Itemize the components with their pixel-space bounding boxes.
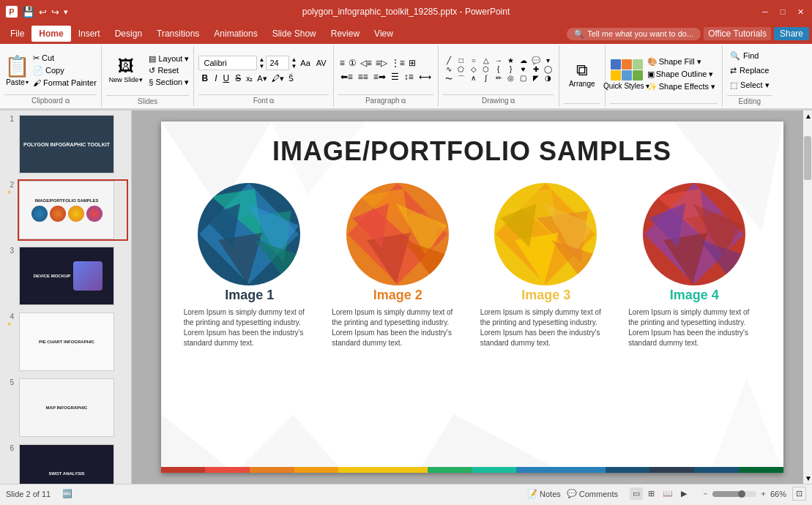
subscript-button[interactable]: x₂ bbox=[245, 74, 254, 83]
slide-thumb-3[interactable]: DEVICE MOCKUP bbox=[18, 245, 128, 307]
slide-canvas[interactable]: IMAGE/PORTFOLIO SAMPLES bbox=[161, 121, 783, 473]
replace-button[interactable]: ⇄ Replace bbox=[727, 64, 772, 77]
decrease-indent-button[interactable]: ◁≡ bbox=[359, 57, 373, 69]
find-button[interactable]: 🔍 Find bbox=[727, 50, 772, 62]
normal-view-button[interactable]: ▭ bbox=[630, 487, 643, 500]
align-right-button[interactable]: ≡➡ bbox=[371, 71, 388, 83]
shape-arrow[interactable]: → bbox=[493, 56, 504, 64]
shadow-button[interactable]: S̈ bbox=[287, 73, 295, 84]
shape-line[interactable]: ╱ bbox=[443, 56, 455, 64]
layout-button[interactable]: ▤ Layout ▾ bbox=[149, 54, 189, 64]
shape-rect[interactable]: □ bbox=[455, 56, 467, 64]
slide-item-5[interactable]: 5 MAP INFOGRAPHIC bbox=[3, 377, 128, 438]
shape-cloud[interactable]: ☁ bbox=[518, 56, 529, 64]
highlight-button[interactable]: 🖍▾ bbox=[270, 73, 286, 84]
clear-format-button[interactable]: Aa bbox=[298, 58, 312, 68]
slide-thumb-6[interactable]: SWOT ANALYSIS bbox=[18, 443, 128, 484]
reading-view-button[interactable]: 📖 bbox=[660, 487, 676, 500]
save-icon[interactable]: 💾 bbox=[22, 6, 34, 18]
shape-snip[interactable]: ◤ bbox=[530, 74, 542, 84]
zoom-thumb[interactable] bbox=[738, 490, 745, 498]
italic-button[interactable]: I bbox=[212, 72, 219, 84]
font-size-down2[interactable]: ▼ bbox=[291, 63, 297, 70]
increase-indent-button[interactable]: ≡▷ bbox=[374, 57, 389, 69]
shape-scribble[interactable]: ✏ bbox=[493, 74, 504, 84]
shape-rounded[interactable]: ▢ bbox=[518, 74, 529, 84]
slide-thumb-2[interactable]: IMAGE/PORTFOLIO SAMPLES bbox=[18, 179, 128, 241]
slide-item-2[interactable]: 2 ★ IMAGE/PORTFOLIO SAMPLES bbox=[3, 179, 128, 241]
comments-button[interactable]: 💬 Comments bbox=[567, 489, 618, 498]
shape-heart[interactable]: ♥ bbox=[518, 65, 529, 73]
shape-outline-button[interactable]: ▣ Shape Outline ▾ bbox=[645, 69, 718, 80]
close-button[interactable]: ✕ bbox=[794, 6, 806, 18]
font-name-input[interactable]: Calibri bbox=[198, 56, 257, 70]
slide-thumb-5[interactable]: MAP INFOGRAPHIC bbox=[18, 377, 128, 438]
shape-triangle[interactable]: △ bbox=[480, 56, 492, 64]
slide-sorter-button[interactable]: ⊞ bbox=[645, 487, 658, 500]
shape-oval[interactable]: ◯ bbox=[543, 65, 554, 73]
shape-wavy[interactable]: 〜 bbox=[443, 74, 455, 84]
shape-curve[interactable]: ∿ bbox=[443, 65, 455, 73]
scroll-up-button[interactable]: ▲ bbox=[803, 111, 812, 121]
shape-effects-button[interactable]: ✨ Shape Effects ▾ bbox=[645, 81, 718, 92]
numbered-list-button[interactable]: ① bbox=[347, 57, 358, 69]
shape-chord[interactable]: ◑ bbox=[543, 74, 554, 84]
arrange-button[interactable]: ⧉ Arrange bbox=[564, 51, 600, 98]
font-size-up[interactable]: ▲ bbox=[258, 56, 264, 63]
align-center-button[interactable]: ≡≡ bbox=[356, 71, 370, 83]
select-button[interactable]: ⬚ Select ▾ bbox=[727, 79, 772, 91]
search-bar[interactable]: 🔍 Tell me what you want to do... bbox=[567, 28, 701, 40]
scroll-thumb[interactable] bbox=[804, 136, 811, 180]
menu-insert[interactable]: Insert bbox=[71, 26, 108, 42]
line-spacing-button[interactable]: ↕≡ bbox=[402, 71, 416, 83]
bullet-list-button[interactable]: ≡ bbox=[338, 57, 346, 69]
slideshow-view-button[interactable]: ▶ bbox=[678, 487, 690, 500]
shape-pentagon[interactable]: ⬠ bbox=[455, 65, 467, 73]
slide-item-3[interactable]: 3 DEVICE MOCKUP bbox=[3, 245, 128, 307]
shape-diamond[interactable]: ◇ bbox=[468, 65, 480, 73]
copy-button[interactable]: 📄 Copy bbox=[33, 66, 97, 75]
font-size-down[interactable]: ▼ bbox=[258, 63, 264, 70]
menu-review[interactable]: Review bbox=[324, 26, 367, 42]
undo-icon[interactable]: ↩ bbox=[39, 7, 47, 18]
redo-icon[interactable]: ↪ bbox=[51, 7, 59, 18]
menu-animations[interactable]: Animations bbox=[206, 26, 264, 42]
font-color-button[interactable]: A▾ bbox=[256, 73, 268, 84]
font-size-input[interactable]: 24 bbox=[266, 56, 289, 70]
shape-fill-button[interactable]: 🎨 Shape Fill ▾ bbox=[645, 56, 718, 67]
menu-slideshow[interactable]: Slide Show bbox=[265, 26, 324, 42]
zoom-in-button[interactable]: ＋ bbox=[759, 488, 767, 499]
menu-view[interactable]: View bbox=[367, 26, 401, 42]
text-direction-button[interactable]: ⟷ bbox=[417, 71, 433, 83]
align-left-button[interactable]: ⬅≡ bbox=[338, 71, 355, 83]
slide-thumb-1[interactable]: POLYGON INFOGRAPHIC TOOLKIT bbox=[18, 113, 128, 175]
shape-cross[interactable]: ✚ bbox=[530, 65, 542, 73]
vertical-scrollbar[interactable]: ▲ ▼ bbox=[803, 111, 812, 484]
section-button[interactable]: § Section ▾ bbox=[149, 78, 189, 87]
slide-thumb-4[interactable]: PIE CHART INFOGRAPHIC bbox=[18, 311, 128, 373]
fit-window-button[interactable]: ⊡ bbox=[792, 487, 806, 501]
shape-freeform[interactable]: ∫ bbox=[480, 74, 492, 84]
font-size-up2[interactable]: ▲ bbox=[291, 56, 297, 63]
paste-button[interactable]: 📋 Paste▾ bbox=[4, 54, 30, 86]
shape-star[interactable]: ★ bbox=[505, 56, 517, 64]
office-tutorials-button[interactable]: Office Tutorials bbox=[704, 27, 771, 40]
slide-item-6[interactable]: 6 SWOT ANALYSIS bbox=[3, 443, 128, 484]
slide-item-1[interactable]: 1 POLYGON INFOGRAPHIC TOOLKIT bbox=[3, 113, 128, 175]
cut-button[interactable]: ✂ Cut bbox=[33, 53, 97, 63]
shape-bracket[interactable]: { bbox=[493, 65, 504, 73]
shape-zigzag[interactable]: ∧ bbox=[468, 74, 480, 84]
customize-icon[interactable]: ▾ bbox=[64, 7, 68, 17]
notes-button[interactable]: 📝 Notes bbox=[527, 489, 561, 498]
justify-button[interactable]: ☰ bbox=[389, 71, 401, 83]
share-button[interactable]: Share bbox=[774, 27, 809, 40]
slide-panel[interactable]: 1 POLYGON INFOGRAPHIC TOOLKIT 2 ★ IMAGE/… bbox=[0, 111, 132, 484]
reset-button[interactable]: ↺ Reset bbox=[149, 66, 189, 75]
bold-button[interactable]: B bbox=[198, 72, 211, 84]
restore-button[interactable]: □ bbox=[777, 6, 789, 18]
menu-transitions[interactable]: Transitions bbox=[149, 26, 206, 42]
minimize-button[interactable]: ─ bbox=[759, 6, 771, 18]
zoom-out-button[interactable]: － bbox=[701, 488, 709, 499]
menu-home[interactable]: Home bbox=[31, 26, 70, 42]
shape-callout[interactable]: 💬 bbox=[530, 56, 542, 64]
